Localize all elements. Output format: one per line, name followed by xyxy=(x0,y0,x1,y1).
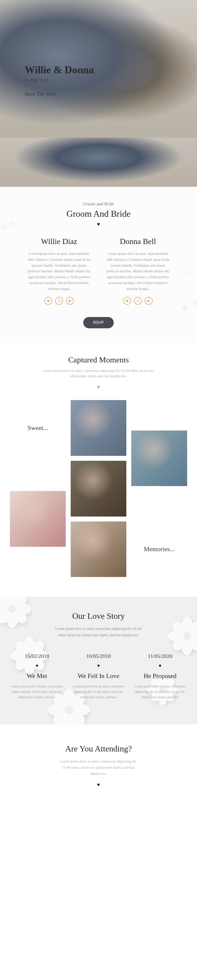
groom-bride-section: Groom and Bride Groom And Bride ♥ Willie… xyxy=(0,187,197,343)
rsvp-button[interactable]: RSVP xyxy=(83,317,114,328)
story-description: Lorem ipsum dolor sit amet, consectetur … xyxy=(54,626,143,638)
heart-icon: ♥ xyxy=(10,782,187,788)
floral-decoration xyxy=(131,247,197,333)
hero-title: Willie & Donna xyxy=(25,64,94,76)
svg-point-4 xyxy=(192,301,197,306)
svg-point-50 xyxy=(64,705,73,714)
floral-decoration xyxy=(0,202,59,275)
gallery-photo xyxy=(70,400,127,456)
instagram-icon[interactable]: ◫ xyxy=(55,297,63,305)
attending-description: Lorem ipsum dolor sit amet, consectetur … xyxy=(59,758,138,777)
event-text: Lorem ipsum dolor sit amet, consectetur … xyxy=(10,684,64,700)
bride-name: Donna Bell xyxy=(106,237,170,246)
gallery-photo xyxy=(70,461,127,517)
heart-icon: ♥ xyxy=(10,384,187,390)
hero-section: Willie & Donna 14 FEB 2021 Save The Date xyxy=(0,0,197,138)
moments-description: Lorem ipsum dolor sit amet, consectetur … xyxy=(37,368,160,379)
svg-point-5 xyxy=(181,304,187,310)
facebook-icon[interactable]: ◉ xyxy=(44,297,52,305)
love-story-section: Our Love Story Lorem ipsum dolor sit ame… xyxy=(0,597,197,724)
svg-point-23 xyxy=(183,632,191,640)
flower-decoration xyxy=(167,616,197,655)
twitter-icon[interactable]: ◐ xyxy=(66,297,74,305)
event-date: 15/02/2018 xyxy=(10,653,64,659)
gallery-photo xyxy=(10,491,66,547)
gallery-label-right: Memories... xyxy=(131,546,187,553)
gallery-photo xyxy=(70,522,127,577)
event-text: Lorem ipsum dolor sit amet, consectetur … xyxy=(71,684,126,700)
event-title: He Proposed xyxy=(133,672,187,680)
timeline-event: 10/05/2018 ♥ We Fell In Love Lorem ipsum… xyxy=(71,653,126,700)
timeline-event: 15/02/2018 ♥ We Met Lorem ipsum dolor si… xyxy=(10,653,64,700)
event-date: 11/05/2020 xyxy=(133,653,187,659)
moments-section: Captured Moments Lorem ipsum dolor sit a… xyxy=(0,343,197,597)
heart-icon: ♥ xyxy=(133,663,187,668)
event-title: We Met xyxy=(10,672,64,680)
hero-save-date: Save The Date xyxy=(25,91,94,97)
gallery-photo xyxy=(131,431,187,486)
story-title: Our Love Story xyxy=(10,611,187,621)
gallery-label-left: Sweet... xyxy=(10,425,66,432)
svg-point-1 xyxy=(2,225,6,229)
hero-image-strip xyxy=(0,138,197,187)
hero-date: 14 FEB 2021 xyxy=(25,78,94,83)
event-text: Lorem ipsum dolor sit amet, consectetur … xyxy=(133,684,187,700)
attending-section: Are You Attending? Lorem ipsum dolor sit… xyxy=(0,724,197,815)
timeline-event: 11/05/2020 ♥ He Proposed Lorem ipsum dol… xyxy=(133,653,187,700)
event-date: 10/05/2018 xyxy=(71,653,126,659)
moments-title: Captured Moments xyxy=(10,355,187,364)
event-title: We Fell In Love xyxy=(71,672,126,680)
heart-icon: ♥ xyxy=(71,663,126,668)
facebook-icon[interactable]: ◉ xyxy=(123,297,131,305)
heart-icon: ♥ xyxy=(10,663,64,668)
attending-title: Are You Attending? xyxy=(62,744,135,753)
svg-point-2 xyxy=(10,221,16,226)
